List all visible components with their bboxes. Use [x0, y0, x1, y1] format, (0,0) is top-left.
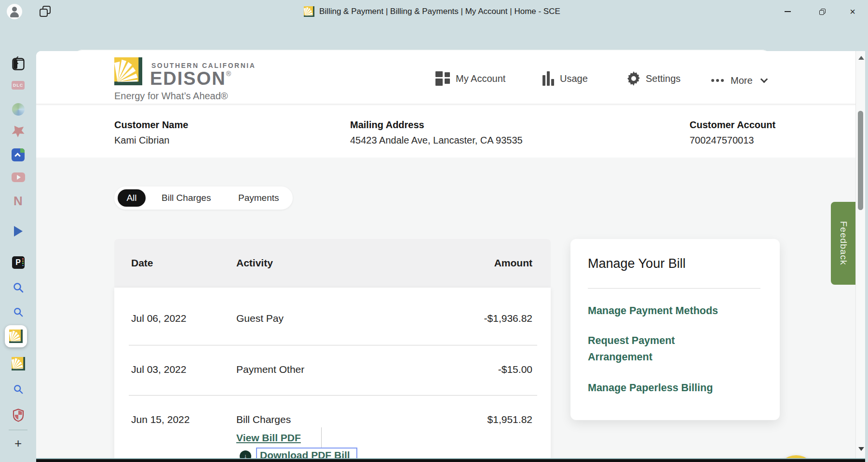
scroll-down-arrow[interactable] [858, 447, 864, 451]
manage-paperless-billing-link[interactable]: Manage Paperless Billing [588, 380, 713, 396]
feedback-label: Feedback [838, 221, 849, 265]
manage-card-title: Manage Your Bill [588, 256, 686, 271]
sidebar-app-globe[interactable] [0, 100, 36, 119]
more-dots-icon [711, 79, 724, 82]
sidebar-app-plex[interactable]: P [0, 253, 36, 272]
title-bar: Billing & Payment | Billing & Payments |… [0, 0, 868, 23]
sidebar-app-play[interactable] [0, 222, 36, 241]
sidebar-add-button[interactable]: + [0, 434, 36, 453]
row-activity: Guest Pay [236, 313, 284, 324]
site-header: SOUTHERN CALIFORNIA EDISON® Energy for W… [36, 51, 855, 104]
tab-all[interactable]: All [118, 189, 146, 207]
sidebar-app-youtube[interactable] [0, 168, 36, 187]
sce-icon [12, 357, 25, 370]
col-activity: Activity [236, 257, 273, 269]
history-filter-tabs: All Bill Charges Payments [114, 186, 293, 210]
globe-icon [12, 103, 25, 116]
active-tab[interactable]: Billing & Payment | Billing & Payments |… [304, 6, 560, 17]
link-divider [321, 427, 322, 450]
red-burst-icon [12, 126, 25, 137]
nav-more[interactable]: More [711, 72, 767, 89]
row-activity: Bill Charges [236, 414, 291, 425]
manage-your-bill-card: Manage Your Bill Manage Payment Methods … [570, 239, 780, 420]
sidebar-app-shield[interactable] [0, 406, 36, 425]
view-bill-pdf-link[interactable]: View Bill PDF [236, 432, 301, 444]
row-amount: -$15.00 [498, 364, 532, 375]
download-pdf-bill-link[interactable]: Download PDF Bill [260, 449, 350, 458]
viewport-bottom-strip [36, 458, 865, 462]
caret-app-icon [12, 148, 25, 161]
mailing-address-value: 45423 Andale Ave, Lancaster, CA 93535 [350, 135, 523, 146]
page-scrollbar[interactable] [855, 51, 865, 458]
logo-line2: EDISON® [150, 68, 232, 89]
sidebar-toggle-icon[interactable] [0, 54, 36, 74]
col-amount: Amount [494, 257, 532, 269]
col-date: Date [131, 257, 153, 269]
row-divider [129, 395, 537, 396]
tab-title: Billing & Payment | Billing & Payments |… [319, 7, 560, 16]
search-icon [13, 384, 24, 395]
tab-bill-charges[interactable]: Bill Charges [162, 193, 211, 203]
edge-sidebar: DLC N P [0, 51, 36, 462]
scroll-up-arrow[interactable] [858, 56, 864, 60]
tab-payments[interactable]: Payments [238, 193, 279, 203]
sce-logo[interactable] [114, 57, 142, 85]
plex-icon: P [12, 256, 25, 269]
youtube-icon [12, 172, 25, 182]
row-date: Jul 03, 2022 [131, 364, 186, 375]
customer-account-value: 700247570013 [690, 135, 754, 146]
nav-settings[interactable]: Settings [626, 70, 680, 87]
sidebar-app-red[interactable] [0, 122, 36, 141]
feedback-tab[interactable]: Feedback [831, 202, 855, 285]
search-icon [13, 307, 24, 317]
row-amount: $1,951.82 [488, 414, 532, 425]
sidebar-app-dlc[interactable]: DLC [0, 76, 36, 95]
minimize-button[interactable] [778, 2, 797, 21]
minimize-icon [785, 11, 791, 12]
scrollbar-thumb[interactable] [858, 111, 863, 210]
history-table-header: Date Activity Amount [114, 239, 551, 288]
browser-toolbar: https://www.sce.com/mysce/billsnpayments… [0, 23, 868, 51]
download-icon: ↓ [240, 450, 251, 458]
sidebar-app-netflix[interactable]: N [0, 191, 36, 211]
web-content: SOUTHERN CALIFORNIA EDISON® Energy for W… [36, 51, 865, 462]
usage-bars-icon [542, 71, 555, 86]
chevron-down-icon [760, 75, 768, 83]
nav-usage[interactable]: Usage [542, 70, 588, 87]
manage-card-divider [588, 288, 760, 289]
sidebar-app-sce[interactable] [0, 354, 36, 373]
request-payment-arrangement-link[interactable]: Request Payment Arrangement [588, 332, 728, 365]
mailing-address-label: Mailing Address [350, 119, 424, 131]
shield-icon [13, 409, 24, 422]
sidebar-app-blue-caret[interactable] [0, 145, 36, 164]
search-icon [13, 282, 24, 293]
billing-history-section: All Bill Charges Payments Date Activity … [36, 158, 855, 458]
browser-window: Billing & Payment | Billing & Payments |… [0, 0, 868, 462]
manage-payment-methods-link[interactable]: Manage Payment Methods [588, 303, 718, 319]
customer-account-label: Customer Account [690, 119, 775, 131]
row-amount: -$1,936.82 [484, 313, 532, 324]
logo-tagline: Energy for What’s Ahead® [114, 91, 228, 102]
sidebar-app-sce-active[interactable] [5, 325, 27, 347]
sce-logo-icon [114, 57, 142, 85]
sidebar-search-2[interactable] [0, 303, 36, 322]
sidebar-search-3[interactable] [0, 380, 36, 399]
restore-button[interactable] [813, 2, 832, 21]
row-divider [129, 345, 537, 345]
my-account-icon [435, 71, 451, 86]
row-date: Jul 06, 2022 [131, 313, 186, 324]
workspaces-icon[interactable] [40, 6, 51, 17]
browser-profile-avatar[interactable] [7, 4, 22, 19]
customer-name-value: Kami Cibrian [114, 135, 169, 146]
sce-favicon [304, 6, 314, 17]
plus-icon: + [14, 437, 22, 449]
customer-name-label: Customer Name [114, 119, 188, 131]
row-date: Jun 15, 2022 [131, 414, 190, 425]
row-activity: Payment Other [236, 364, 304, 375]
nav-my-account[interactable]: My Account [435, 70, 505, 87]
play-icon [14, 226, 23, 237]
close-icon: × [850, 7, 855, 16]
close-button[interactable]: × [843, 2, 862, 21]
sidebar-search-1[interactable] [0, 278, 36, 297]
history-table-body: Jul 06, 2022 Guest Pay -$1,936.82 Jul 03… [114, 288, 551, 458]
